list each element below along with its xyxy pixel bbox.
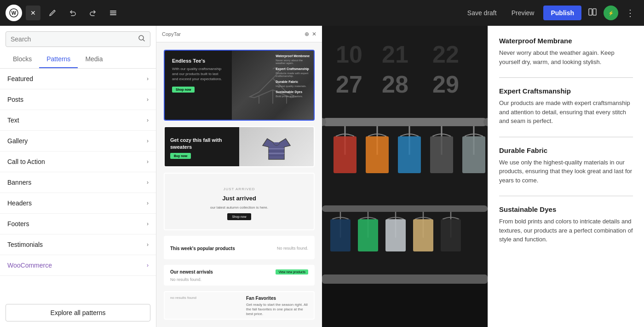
search-icon (138, 35, 145, 44)
svg-rect-35 (385, 219, 406, 251)
nav-list: Featured › Posts › Text › Gallery › Call… (0, 69, 156, 298)
feature-craftsmanship-desc: Products made with expert craftsmanship. (276, 72, 310, 77)
sidebar-item-banners[interactable]: Banners › (0, 172, 156, 193)
mini-topbar: CopyTar ⊕ ✕ (156, 26, 322, 42)
pattern-card-cozy-sweaters[interactable]: Get cozy this fall with sweaters Buy now (164, 126, 315, 167)
svg-rect-27 (398, 136, 421, 173)
feature-waterproof-desc: Never worry about the weather again. (276, 59, 310, 64)
close-button[interactable]: ✕ (26, 6, 40, 20)
tab-blocks[interactable]: Blocks (6, 51, 39, 68)
feature-sustainable-desc: Bold prints and colors. (276, 95, 310, 98)
pattern-cozy-sweaters-preview: Get cozy this fall with sweaters Buy now (165, 127, 314, 167)
redo-icon[interactable] (85, 5, 101, 21)
svg-rect-25 (334, 136, 356, 173)
pattern-4-no-results: No results found. (277, 246, 308, 251)
mini-icon-2: ✕ (312, 31, 316, 37)
svg-text:29: 29 (432, 71, 459, 98)
chevron-right-icon: › (147, 200, 149, 206)
menu-icon[interactable] (105, 5, 121, 21)
save-draft-button[interactable]: Save draft (462, 6, 502, 19)
chevron-right-icon: › (147, 158, 149, 165)
pattern-2-btn: Buy now (170, 153, 191, 159)
pattern-6-fan-favorites-title: Fan Favorites (246, 296, 308, 301)
right-panel: Waterproof Membrane Never worry about th… (488, 26, 644, 327)
divider-3 (499, 196, 633, 196)
svg-rect-33 (330, 219, 351, 251)
pattern-card-fan-favorites[interactable]: no results found Fan Favorites Get ready… (164, 291, 315, 320)
pattern-5-title: Our newest arrivals (170, 269, 213, 274)
search-input[interactable] (11, 35, 138, 43)
preview-button[interactable]: Preview (506, 6, 540, 19)
sidebar-item-testimonials[interactable]: Testimonials › (0, 234, 156, 255)
feature-sustainable: Sustainable Dyes From bold prints and co… (499, 205, 633, 244)
pattern-card-just-arrived[interactable]: Just arrived Just arrived our latest aut… (164, 173, 315, 231)
sidebar-item-text[interactable]: Text › (0, 110, 156, 131)
pattern-1-shop-btn: Shop now (172, 87, 195, 93)
pattern-6-no-results: no results found (170, 296, 241, 300)
chevron-right-icon: › (147, 221, 149, 227)
pattern-5-no-results: No results found. (170, 277, 308, 282)
mini-icon-1: ⊕ (305, 31, 309, 37)
svg-rect-36 (413, 219, 433, 251)
svg-text:27: 27 (336, 71, 362, 98)
pattern-4-title: This week's popular products (170, 246, 271, 251)
svg-rect-5 (589, 9, 592, 15)
pattern-card-endless-tees[interactable]: Endless Tee's With our quality craftsman… (164, 50, 315, 121)
sidebar-item-call-to-action[interactable]: Call to Action › (0, 152, 156, 172)
pattern-3-title: Just arrived (222, 195, 256, 202)
explore-all-patterns-button[interactable]: Explore all patterns (6, 304, 150, 321)
sidebar-item-gallery[interactable]: Gallery › (0, 131, 156, 152)
pattern-fan-favorites-preview: no results found Fan Favorites Get ready… (165, 292, 314, 320)
pattern-3-btn: Shop now (227, 213, 251, 220)
center-panel: CopyTar ⊕ ✕ Endless Tee's With our quali… (156, 26, 322, 327)
svg-rect-39 (322, 284, 488, 327)
edit-icon[interactable] (44, 5, 61, 21)
svg-rect-3 (110, 12, 116, 13)
divider-1 (499, 77, 633, 78)
svg-rect-38 (322, 274, 488, 284)
svg-rect-26 (366, 136, 389, 173)
svg-rect-2 (110, 11, 116, 12)
chevron-right-icon: › (147, 138, 149, 144)
svg-text:28: 28 (382, 71, 408, 98)
undo-icon[interactable] (64, 5, 81, 21)
svg-rect-34 (358, 219, 378, 251)
pattern-card-newest-arrivals[interactable]: Our newest arrivals View new products No… (164, 265, 315, 285)
pattern-1-desc: With our quality craftsmanship and our p… (172, 66, 224, 82)
pattern-3-desc: our latest autumn collection is here. (210, 205, 268, 210)
sidebar-item-footers[interactable]: Footers › (0, 214, 156, 234)
feature-sustainable-desc: From bold prints and colors to intricate… (499, 217, 633, 244)
sidebar-item-featured[interactable]: Featured › (0, 69, 156, 89)
svg-rect-32 (322, 205, 488, 212)
sidebar-item-woocommerce[interactable]: WooCommerce › (0, 255, 156, 276)
svg-rect-4 (110, 14, 116, 15)
more-options-button[interactable]: ⋮ (622, 6, 638, 20)
pattern-card-popular-products[interactable]: This week's popular products No results … (164, 236, 315, 259)
feature-durable-title: Durable Fabric (276, 80, 310, 83)
feature-waterproof-desc: Never worry about the weather again. Kee… (499, 48, 633, 66)
pattern-3-subtitle: Just arrived (223, 187, 255, 191)
view-toggle-button[interactable] (585, 5, 600, 22)
main-area: Blocks Patterns Media Featured › Posts ›… (0, 26, 644, 327)
avatar-button[interactable]: ⚡ (604, 6, 618, 20)
pattern-1-title: Endless Tee's (172, 58, 224, 64)
tab-media[interactable]: Media (78, 51, 110, 68)
pattern-popular-products-preview: This week's popular products No results … (165, 237, 314, 259)
svg-text:10: 10 (336, 41, 362, 68)
feature-waterproof-title: Waterproof Membrane (276, 54, 310, 58)
feature-durable-title: Durable Fabric (499, 146, 633, 154)
big-center-image: 10 21 22 27 28 29 (322, 26, 488, 327)
wp-logo-button[interactable]: W (6, 5, 22, 21)
feature-sustainable-title: Sustainable Dyes (276, 90, 310, 93)
publish-button[interactable]: Publish (543, 6, 581, 20)
feature-craftsmanship: Expert Craftsmanship Our products are ma… (499, 87, 633, 126)
chevron-right-icon: › (147, 262, 149, 269)
search-bar (6, 31, 150, 47)
feature-durable: Durable Fabric We use only the highest-q… (499, 146, 633, 185)
sidebar-item-posts[interactable]: Posts › (0, 89, 156, 110)
chevron-right-icon: › (147, 96, 149, 103)
sidebar-item-headers[interactable]: Headers › (0, 193, 156, 214)
svg-text:⚡: ⚡ (608, 10, 614, 16)
feature-craftsmanship-title: Expert Craftsmanship (276, 67, 310, 70)
tab-patterns[interactable]: Patterns (39, 51, 78, 68)
